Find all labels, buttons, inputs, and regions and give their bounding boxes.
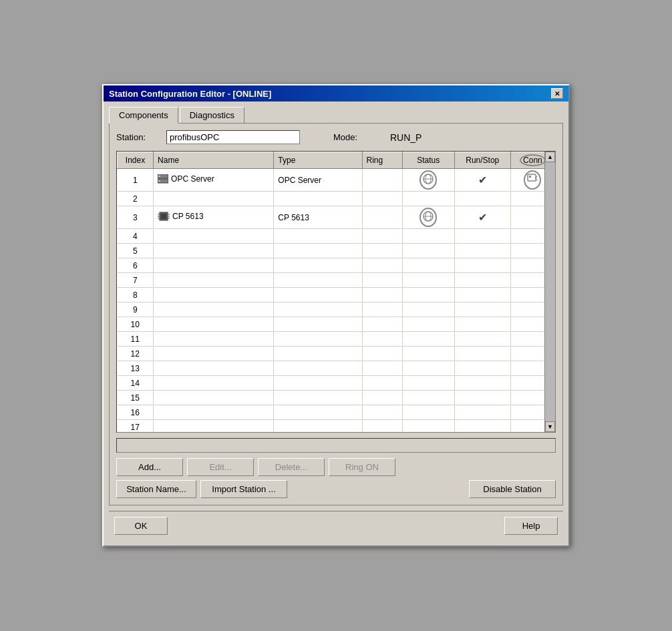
- scrollbar[interactable]: ▲ ▼: [544, 152, 555, 432]
- delete-button[interactable]: Delete...: [258, 458, 325, 476]
- cell-type: [274, 317, 362, 332]
- conn-icon: [524, 170, 541, 190]
- cell-runstop: [454, 420, 510, 433]
- cell-runstop: [454, 288, 510, 302]
- cell-name: [154, 405, 274, 420]
- table-row[interactable]: 15: [118, 391, 555, 405]
- cell-status: [402, 206, 454, 229]
- table-row[interactable]: 16: [118, 405, 555, 420]
- cell-type: [274, 229, 362, 244]
- table-wrapper[interactable]: Index Name Type Ring Status Run/Stop Con…: [117, 152, 555, 432]
- table-row[interactable]: 17: [118, 420, 555, 433]
- table-row[interactable]: 12: [118, 347, 555, 361]
- table-row[interactable]: 7: [118, 273, 555, 288]
- cell-ring: [362, 169, 402, 192]
- svg-rect-8: [529, 176, 531, 178]
- cell-name: [154, 273, 274, 288]
- cell-ring: [362, 332, 402, 347]
- cell-ring: [362, 420, 402, 433]
- cell-status: [402, 420, 454, 433]
- cell-ring: [362, 273, 402, 288]
- cell-name: [154, 288, 274, 302]
- cell-ring: [362, 391, 402, 405]
- tab-diagnostics[interactable]: Diagnostics: [180, 107, 244, 123]
- cell-type: [274, 405, 362, 420]
- tab-content-components: Station: Mode: RUN_P Index Name Type Rin…: [109, 123, 563, 505]
- cell-name: [154, 347, 274, 361]
- cell-type: [274, 273, 362, 288]
- col-header-name: Name: [154, 152, 274, 169]
- edit-button[interactable]: Edit...: [187, 458, 254, 476]
- cell-name: CP 5613: [154, 206, 274, 229]
- cell-runstop: [454, 317, 510, 332]
- table-row[interactable]: 2: [118, 192, 555, 206]
- window-title: Station Configuration Editor - [ONLINE]: [109, 89, 271, 99]
- scroll-up-btn[interactable]: ▲: [545, 152, 555, 162]
- mode-label: Mode:: [333, 132, 370, 142]
- cell-index: 15: [118, 391, 154, 405]
- table-row[interactable]: 8: [118, 288, 555, 302]
- station-input[interactable]: [166, 130, 300, 144]
- cell-runstop: [454, 192, 510, 206]
- mode-value: RUN_P: [390, 132, 444, 143]
- cell-type: [274, 347, 362, 361]
- cell-runstop: [454, 391, 510, 405]
- cell-type: OPC Server: [274, 169, 362, 192]
- import-station-button[interactable]: Import Station ...: [200, 480, 287, 498]
- table-row[interactable]: 11: [118, 332, 555, 347]
- table-row[interactable]: 5: [118, 244, 555, 258]
- status-network-icon: [419, 170, 437, 190]
- cell-status: [402, 229, 454, 244]
- ok-button[interactable]: OK: [114, 517, 168, 535]
- table-row[interactable]: 10: [118, 317, 555, 332]
- cell-status: [402, 288, 454, 302]
- cell-status: [402, 332, 454, 347]
- close-button[interactable]: ✕: [551, 88, 563, 99]
- chip-icon: [158, 212, 170, 221]
- table-row[interactable]: 4: [118, 229, 555, 244]
- ring-on-button[interactable]: Ring ON: [329, 458, 395, 476]
- table-row[interactable]: 6: [118, 258, 555, 273]
- server-icon: [158, 174, 168, 184]
- cell-name: [154, 376, 274, 391]
- cell-name: [154, 258, 274, 273]
- scroll-down-btn[interactable]: ▼: [545, 421, 555, 432]
- svg-rect-12: [161, 214, 166, 219]
- cell-index: 9: [118, 302, 154, 317]
- cell-type: [274, 258, 362, 273]
- cell-runstop: [454, 361, 510, 376]
- title-bar-buttons: ✕: [551, 88, 563, 99]
- svg-rect-2: [158, 176, 160, 177]
- cell-index: 12: [118, 347, 154, 361]
- button-row-1: Add... Edit... Delete... Ring ON: [116, 458, 556, 476]
- cell-runstop: [454, 258, 510, 273]
- cell-name: OPC Server: [154, 169, 274, 192]
- cell-ring: [362, 376, 402, 391]
- tab-components[interactable]: Components: [109, 107, 178, 124]
- cell-index: 11: [118, 332, 154, 347]
- cell-runstop: [454, 376, 510, 391]
- station-name-button[interactable]: Station Name...: [116, 480, 196, 498]
- col-header-index: Index: [118, 152, 154, 169]
- cell-ring: [362, 317, 402, 332]
- cell-ring: [362, 206, 402, 229]
- cell-runstop: [454, 405, 510, 420]
- table-row[interactable]: 9: [118, 302, 555, 317]
- help-button[interactable]: Help: [504, 517, 558, 535]
- cell-runstop: ✔: [454, 169, 510, 192]
- table-row[interactable]: 14: [118, 376, 555, 391]
- tabs-container: Components Diagnostics: [109, 107, 563, 123]
- window-body: Components Diagnostics Station: Mode: RU…: [104, 101, 568, 546]
- cell-type: CP 5613: [274, 206, 362, 229]
- table-row[interactable]: 1OPC ServerOPC Server✔: [118, 169, 555, 192]
- table-row[interactable]: 13: [118, 361, 555, 376]
- disable-station-button[interactable]: Disable Station: [469, 480, 556, 498]
- cell-index: 14: [118, 376, 154, 391]
- add-button[interactable]: Add...: [116, 458, 183, 476]
- col-header-status: Status: [402, 152, 454, 169]
- cell-status: [402, 361, 454, 376]
- cell-name: [154, 391, 274, 405]
- table-row[interactable]: 3CP 5613CP 5613✔: [118, 206, 555, 229]
- cell-name: [154, 317, 274, 332]
- cell-index: 8: [118, 288, 154, 302]
